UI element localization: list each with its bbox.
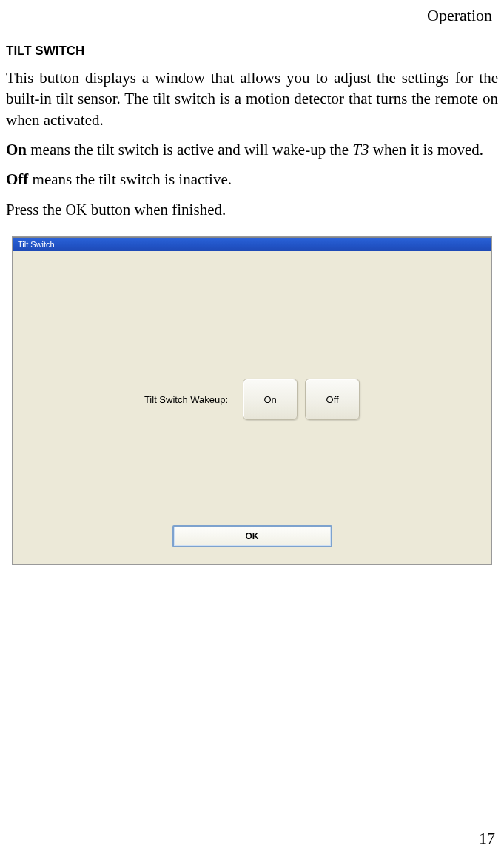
ok-row: OK xyxy=(13,525,491,547)
dialog-titlebar: Tilt Switch xyxy=(13,238,491,251)
para2-text: means the tilt switch is active and will… xyxy=(27,141,352,159)
on-bold: On xyxy=(6,141,27,159)
paragraph-press: Press the OK button when finished. xyxy=(6,199,498,220)
tilt-switch-dialog: Tilt Switch Tilt Switch Wakeup: On Off O… xyxy=(13,237,491,564)
para4-prefix: Press the xyxy=(6,201,66,219)
para2-after: when it is moved. xyxy=(369,141,484,159)
ok-button[interactable]: OK xyxy=(172,525,332,547)
on-button[interactable]: On xyxy=(243,379,298,420)
dialog-screenshot-wrap: Tilt Switch Tilt Switch Wakeup: On Off O… xyxy=(12,236,492,565)
page-header: Operation xyxy=(6,0,498,30)
t3-italic: T3 xyxy=(352,141,369,159)
paragraph-off: Off means the tilt switch is inactive. xyxy=(6,169,498,190)
paragraph-intro: This button displays a window that allow… xyxy=(6,67,498,130)
dialog-body: Tilt Switch Wakeup: On Off OK xyxy=(13,251,491,564)
off-bold: Off xyxy=(6,170,28,188)
ok-smallcaps: OK xyxy=(66,201,87,218)
para3-text: means the tilt switch is inactive. xyxy=(28,170,232,188)
toggle-row: Tilt Switch Wakeup: On Off xyxy=(13,379,491,420)
page-number: 17 xyxy=(479,829,495,848)
off-button[interactable]: Off xyxy=(305,379,360,420)
paragraph-on: On means the tilt switch is active and w… xyxy=(6,139,498,160)
toggle-label: Tilt Switch Wakeup: xyxy=(144,394,228,405)
para4-rest: button when finished. xyxy=(87,201,226,219)
section-heading: TILT SWITCH xyxy=(6,44,498,59)
content-area: TILT SWITCH This button displays a windo… xyxy=(0,30,504,565)
